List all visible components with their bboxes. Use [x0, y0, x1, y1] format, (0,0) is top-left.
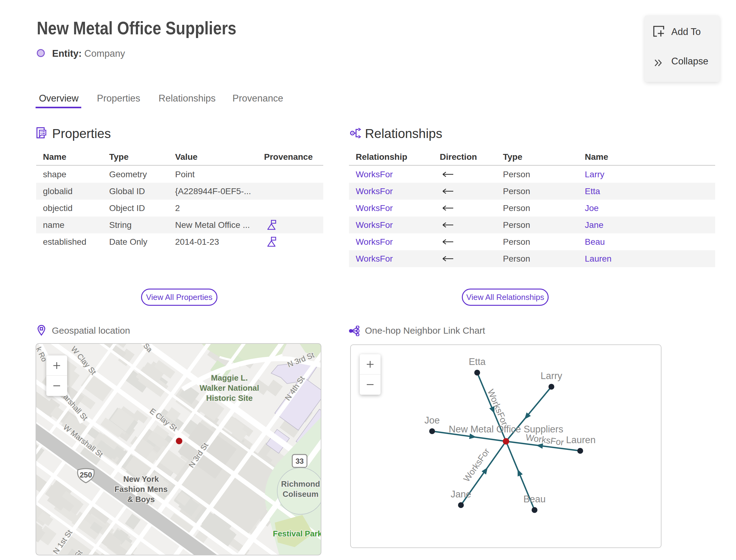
- svg-text:33: 33: [296, 457, 304, 465]
- svg-text:Larry: Larry: [541, 370, 562, 381]
- svg-text:250: 250: [80, 471, 92, 479]
- svg-text:Fashion Mens: Fashion Mens: [114, 485, 167, 494]
- svg-text:Maggie L.: Maggie L.: [211, 373, 248, 382]
- svg-text:Walker National: Walker National: [200, 383, 259, 393]
- svg-text:New York: New York: [123, 474, 159, 484]
- svg-text:Beau: Beau: [523, 494, 546, 504]
- svg-text:Historic Site: Historic Site: [206, 393, 253, 403]
- svg-text:WorksFor: WorksFor: [462, 447, 492, 484]
- svg-text:Coliseum: Coliseum: [282, 489, 318, 499]
- svg-text:Jane: Jane: [450, 489, 471, 500]
- svg-text:New Metal Office Suppliers: New Metal Office Suppliers: [449, 424, 563, 435]
- svg-text:Lauren: Lauren: [566, 435, 596, 445]
- svg-text:Etta: Etta: [469, 356, 486, 367]
- svg-text:Festival Park: Festival Park: [273, 529, 321, 538]
- svg-text:Joe: Joe: [424, 415, 440, 426]
- svg-text:Richmond: Richmond: [281, 479, 320, 489]
- svg-text:& Boys: & Boys: [127, 495, 155, 504]
